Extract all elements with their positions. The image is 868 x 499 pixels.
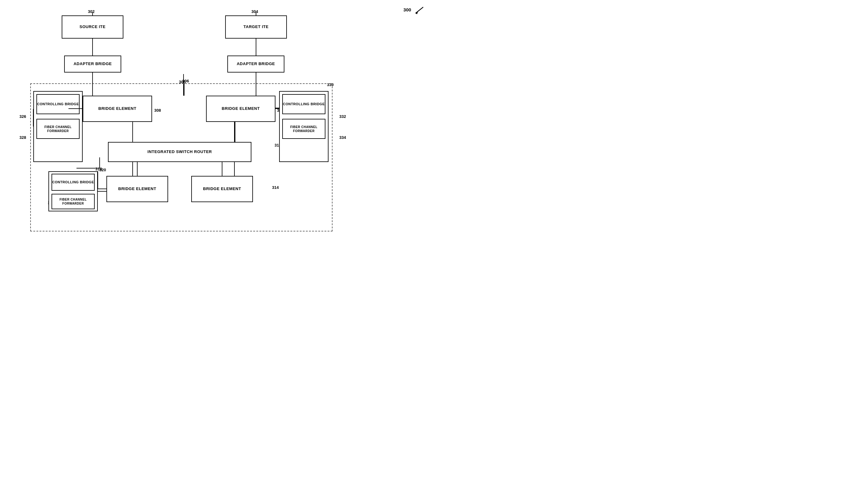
ref-326: 326: [20, 114, 26, 119]
ref-302: 302: [88, 9, 95, 14]
target-ite-box: TARGET ITE: [225, 15, 287, 39]
adapter-bridge-left-box: ADAPTER BRIDGE: [64, 56, 121, 73]
ref-334: 334: [339, 135, 346, 140]
bridge-element-310-box: BRIDGE ELEMENT: [107, 176, 168, 202]
fiber-channel-forwarder-bottom-box: FIBER CHANNEL FORWARDER: [51, 194, 95, 209]
fiber-channel-forwarder-right-box: FIBER CHANNEL FORWARDER: [282, 119, 325, 139]
adapter-bridge-right-box: ADAPTER BRIDGE: [227, 56, 284, 73]
bridge-element-308-box: BRIDGE ELEMENT: [83, 96, 152, 122]
controlling-bridge-right-box: CONTROLLING BRIDGE: [282, 94, 325, 114]
svg-line-0: [416, 7, 423, 13]
integrated-switch-router-box: INTEGRATED SWITCH ROUTER: [108, 142, 251, 162]
diagram-ref-300: 300: [404, 5, 425, 15]
fiber-channel-forwarder-left-box: FIBER CHANNEL FORWARDER: [36, 119, 79, 139]
ref-328: 328: [20, 135, 26, 140]
source-ite-box: SOURCE ITE: [62, 15, 123, 39]
bridge-element-314-box: BRIDGE ELEMENT: [191, 176, 253, 202]
ref-304: 304: [251, 9, 258, 14]
network-diagram: 300 302: [0, 0, 434, 250]
controlling-bridge-bottom-box: CONTROLLING BRIDGE: [51, 174, 95, 191]
controlling-bridge-left-box: CONTROLLING BRIDGE: [36, 94, 79, 114]
bridge-element-312-box: BRIDGE ELEMENT: [206, 96, 275, 122]
ref-332: 332: [339, 114, 346, 119]
